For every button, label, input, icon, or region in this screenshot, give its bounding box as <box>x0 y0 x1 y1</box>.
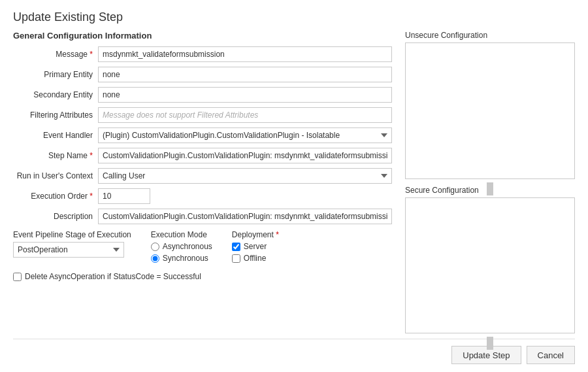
secondary-entity-label: Secondary Entity <box>13 90 98 99</box>
synchronous-radio[interactable] <box>151 254 159 263</box>
step-name-input[interactable] <box>98 148 392 163</box>
run-in-users-context-label: Run in User's Context <box>13 171 98 180</box>
delete-async-row: Delete AsyncOperation if StatusCode = Su… <box>13 272 392 281</box>
description-input[interactable] <box>98 209 392 224</box>
secure-scrollbar-thumb <box>487 337 493 350</box>
delete-async-checkbox[interactable] <box>13 273 22 281</box>
offline-label: Offline <box>244 254 266 263</box>
secondary-entity-input[interactable] <box>98 87 392 103</box>
step-name-row: Step Name * <box>13 147 392 164</box>
unsecure-config-textarea-wrap <box>405 42 575 179</box>
execution-mode-group: Execution Mode Asynchronous Synchronous <box>151 230 212 265</box>
left-panel: General Configuration Information Messag… <box>13 31 392 333</box>
server-checkbox-row: Server <box>232 242 279 251</box>
bottom-section: Event Pipeline Stage of Execution PostOp… <box>13 230 392 281</box>
server-checkbox[interactable] <box>232 243 240 251</box>
event-pipeline-select[interactable]: PostOperation <box>13 242 124 258</box>
message-input[interactable] <box>98 46 392 62</box>
event-handler-label: Event Handler <box>13 131 98 140</box>
message-label: Message * <box>13 50 98 59</box>
asynchronous-radio-row: Asynchronous <box>151 242 212 251</box>
server-label: Server <box>244 242 267 251</box>
asynchronous-label: Asynchronous <box>163 242 212 251</box>
secure-scrollbar <box>405 337 575 350</box>
update-step-dialog: Update Existing Step General Configurati… <box>0 0 588 372</box>
run-in-users-context-select[interactable]: Calling User <box>98 168 392 184</box>
unsecure-config-section: Unsecure Configuration <box>405 31 575 179</box>
execution-order-row: Execution Order * <box>13 188 392 205</box>
unsecure-config-label: Unsecure Configuration <box>405 31 575 40</box>
filtering-attributes-label: Filtering Attributes <box>13 110 98 120</box>
run-in-users-context-row: Run in User's Context Calling User <box>13 167 392 184</box>
description-row: Description <box>13 208 392 225</box>
secure-config-textarea[interactable] <box>405 197 575 334</box>
execution-mode-label: Execution Mode <box>151 230 212 239</box>
deployment-label: Deployment * <box>232 230 279 239</box>
primary-entity-input[interactable] <box>98 67 392 82</box>
event-pipeline-row: Event Pipeline Stage of Execution PostOp… <box>13 230 392 265</box>
description-label: Description <box>13 212 98 221</box>
offline-checkbox[interactable] <box>232 254 240 263</box>
offline-checkbox-row: Offline <box>232 254 279 263</box>
secondary-entity-row: Secondary Entity <box>13 86 392 103</box>
unsecure-config-textarea[interactable] <box>405 42 575 179</box>
asynchronous-radio[interactable] <box>151 243 159 251</box>
execution-order-input[interactable] <box>98 188 150 204</box>
main-content: General Configuration Information Messag… <box>13 31 575 333</box>
dialog-title: Update Existing Step <box>13 10 575 24</box>
right-panel: Unsecure Configuration Secure Configurat… <box>405 31 575 333</box>
general-config-title: General Configuration Information <box>13 31 392 41</box>
unsecure-scrollbar <box>405 182 575 195</box>
primary-entity-label: Primary Entity <box>13 70 98 79</box>
message-row: Message * <box>13 46 392 63</box>
execution-order-label: Execution Order * <box>13 192 98 201</box>
unsecure-scrollbar-thumb <box>487 182 493 195</box>
secure-config-section: Secure Configuration <box>405 186 575 334</box>
pipeline-group: Event Pipeline Stage of Execution PostOp… <box>13 230 131 258</box>
event-handler-row: Event Handler (Plugin) CustomValidationP… <box>13 127 392 144</box>
event-pipeline-label: Event Pipeline Stage of Execution <box>13 230 131 239</box>
filtering-attributes-row: Filtering Attributes <box>13 107 392 124</box>
pipeline-select-wrap: PostOperation <box>13 242 131 258</box>
synchronous-radio-row: Synchronous <box>151 254 212 263</box>
primary-entity-row: Primary Entity <box>13 66 392 83</box>
event-handler-select[interactable]: (Plugin) CustomValidationPlugin.CustomVa… <box>98 127 392 143</box>
filtering-attributes-input[interactable] <box>98 107 392 123</box>
secure-config-textarea-wrap <box>405 197 575 334</box>
delete-async-label: Delete AsyncOperation if StatusCode = Su… <box>25 272 201 281</box>
step-name-label: Step Name * <box>13 151 98 160</box>
synchronous-label: Synchronous <box>163 254 208 263</box>
deployment-group: Deployment * Server Offline <box>232 230 279 265</box>
